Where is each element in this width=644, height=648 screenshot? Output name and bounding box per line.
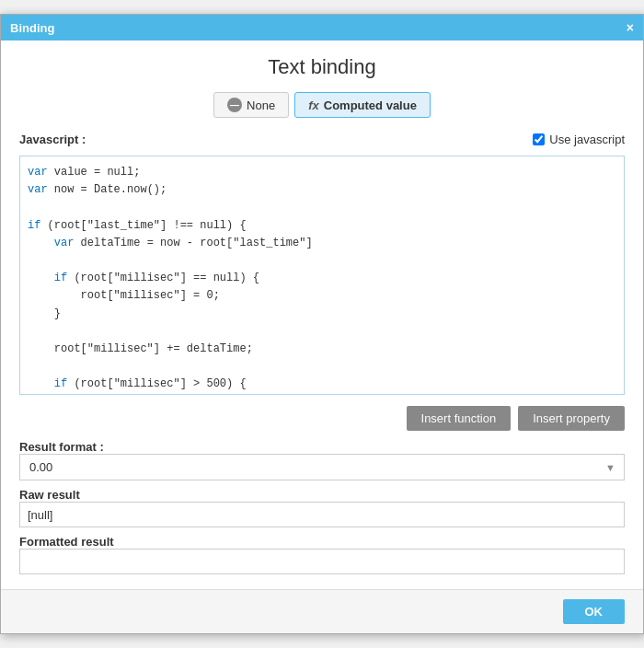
use-javascript-checkbox[interactable]	[533, 133, 545, 145]
result-section: Result format : 0.00 0 0.000 #,##0.00 ▼ …	[19, 440, 625, 574]
use-javascript-label: Use javascript	[549, 133, 625, 146]
insert-function-button[interactable]: Insert function	[407, 406, 512, 431]
tab-computed-label: Computed value	[324, 98, 417, 112]
formatted-result-input[interactable]	[19, 549, 625, 574]
formatted-result-label: Formatted result	[19, 535, 625, 549]
code-actions: Insert function Insert property	[19, 406, 625, 431]
tab-none-label: None	[247, 98, 275, 112]
raw-result-label: Raw result	[19, 488, 625, 502]
code-display: var value = null; var now = Date.now(); …	[28, 164, 616, 395]
main-title: Text binding	[19, 55, 625, 79]
dialog-footer: OK	[1, 589, 643, 633]
code-container: var value = null; var now = Date.now(); …	[19, 156, 625, 395]
binding-tabs: — None fx Computed value	[19, 92, 625, 118]
ok-button[interactable]: OK	[563, 599, 626, 624]
none-icon: —	[227, 98, 242, 112]
result-format-select[interactable]: 0.00 0 0.000 #,##0.00	[19, 454, 625, 480]
result-format-container: Result format : 0.00 0 0.000 #,##0.00 ▼	[19, 440, 625, 480]
format-select-wrapper: 0.00 0 0.000 #,##0.00 ▼	[19, 454, 625, 480]
formatted-result-container: Formatted result	[19, 535, 625, 574]
dialog-body: Text binding — None fx Computed value Ja…	[1, 40, 643, 589]
tab-none[interactable]: — None	[213, 92, 289, 118]
fx-icon: fx	[308, 98, 319, 112]
result-format-label: Result format :	[19, 440, 625, 454]
close-button[interactable]: ×	[627, 20, 634, 35]
raw-result-input[interactable]	[19, 502, 625, 527]
tab-computed[interactable]: fx Computed value	[294, 92, 431, 118]
javascript-section-header: Javascript : Use javascript	[19, 133, 625, 146]
javascript-label: Javascript :	[19, 133, 86, 146]
title-bar-label: Binding	[10, 21, 54, 35]
title-bar: Binding ×	[1, 15, 643, 40]
binding-dialog: Binding × Text binding — None fx Compute…	[0, 14, 644, 634]
raw-result-container: Raw result	[19, 488, 625, 527]
use-javascript-toggle[interactable]: Use javascript	[533, 133, 625, 146]
insert-property-button[interactable]: Insert property	[518, 406, 625, 431]
